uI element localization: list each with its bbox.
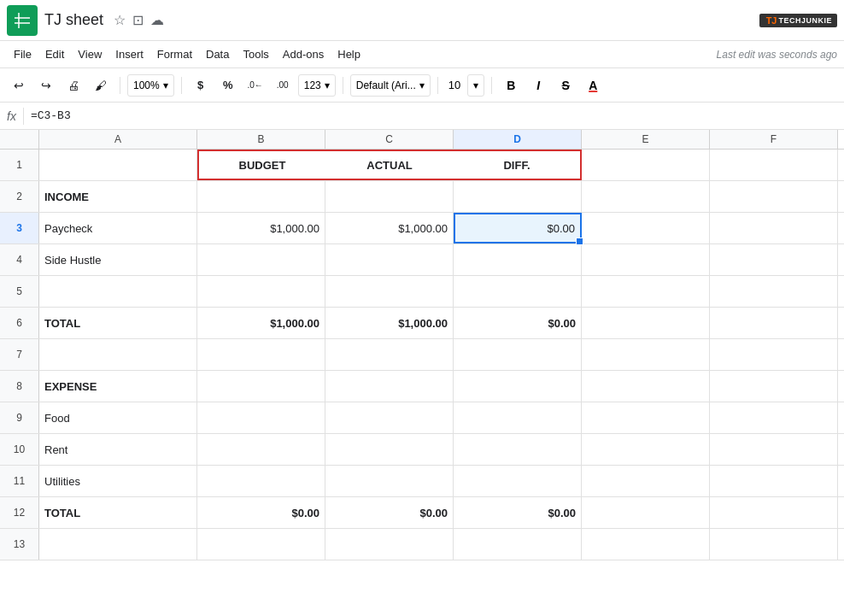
cell-f4[interactable] <box>710 244 838 275</box>
cell-c2[interactable] <box>325 181 454 212</box>
cell-e5[interactable] <box>582 276 710 307</box>
cell-d8[interactable] <box>454 371 582 402</box>
cell-f11[interactable] <box>710 466 838 496</box>
menu-insert[interactable]: Insert <box>108 44 150 64</box>
cell-d9[interactable] <box>454 402 582 433</box>
cell-b13[interactable] <box>197 529 325 560</box>
cell-c6[interactable]: $1,000.00 <box>325 308 454 338</box>
cell-a11[interactable]: Utilities <box>39 466 197 496</box>
cell-a5[interactable] <box>39 276 197 307</box>
cell-b8[interactable] <box>197 371 325 402</box>
strikethrough-button[interactable]: S <box>554 73 577 97</box>
cell-b4[interactable] <box>197 244 325 275</box>
row-num-4[interactable]: 4 <box>0 244 39 275</box>
cell-b6[interactable]: $1,000.00 <box>197 308 325 338</box>
cell-f9[interactable] <box>710 402 838 433</box>
format-number-dropdown[interactable]: 123 ▾ <box>298 74 336 97</box>
menu-tools[interactable]: Tools <box>236 44 275 64</box>
cell-d1[interactable]: DIFF. <box>454 150 582 180</box>
cell-c11[interactable] <box>325 466 454 496</box>
cell-f10[interactable] <box>710 434 838 465</box>
cell-f3[interactable] <box>710 213 838 243</box>
cell-b1[interactable]: BUDGET <box>197 150 325 180</box>
cell-c1[interactable]: ACTUAL <box>325 150 454 180</box>
redo-button[interactable]: ↪ <box>34 73 58 97</box>
cell-f12[interactable] <box>710 497 838 528</box>
save-to-drive-icon[interactable]: ⊡ <box>132 12 144 28</box>
currency-button[interactable]: $ <box>189 73 213 97</box>
cell-b5[interactable] <box>197 276 325 307</box>
cell-c3[interactable]: $1,000.00 <box>325 213 454 243</box>
row-num-13[interactable]: 13 <box>0 529 39 560</box>
decimal-increase-button[interactable]: .00 <box>271 73 295 97</box>
font-size-dropdown[interactable]: ▾ <box>467 74 484 97</box>
cell-a8[interactable]: EXPENSE <box>39 371 197 402</box>
cell-f1[interactable] <box>710 150 838 180</box>
cell-e4[interactable] <box>582 244 710 275</box>
cell-c12[interactable]: $0.00 <box>325 497 454 528</box>
row-num-3[interactable]: 3 <box>0 213 39 243</box>
cell-a12[interactable]: TOTAL <box>39 497 197 528</box>
cell-e1[interactable] <box>582 150 710 180</box>
col-header-f[interactable]: F <box>710 130 838 149</box>
menu-file[interactable]: File <box>7 44 38 64</box>
cell-c8[interactable] <box>325 371 454 402</box>
cell-a7[interactable] <box>39 339 197 370</box>
cell-a2[interactable]: INCOME <box>39 181 197 212</box>
undo-button[interactable]: ↩ <box>7 73 31 97</box>
cell-e9[interactable] <box>582 402 710 433</box>
row-num-9[interactable]: 9 <box>0 402 39 433</box>
cell-f7[interactable] <box>710 339 838 370</box>
cell-b11[interactable] <box>197 466 325 496</box>
cell-f2[interactable] <box>710 181 838 212</box>
row-num-5[interactable]: 5 <box>0 276 39 307</box>
row-num-8[interactable]: 8 <box>0 371 39 402</box>
cell-d13[interactable] <box>454 529 582 560</box>
row-num-12[interactable]: 12 <box>0 497 39 528</box>
cell-b7[interactable] <box>197 339 325 370</box>
cell-a10[interactable]: Rent <box>39 434 197 465</box>
cell-b10[interactable] <box>197 434 325 465</box>
row-num-1[interactable]: 1 <box>0 150 39 180</box>
menu-edit[interactable]: Edit <box>38 44 71 64</box>
text-color-button[interactable]: A <box>581 73 605 97</box>
cell-c13[interactable] <box>325 529 454 560</box>
cell-e3[interactable] <box>582 213 710 243</box>
cell-a6[interactable]: TOTAL <box>39 308 197 338</box>
cell-d2[interactable] <box>454 181 582 212</box>
menu-data[interactable]: Data <box>199 44 236 64</box>
cell-c10[interactable] <box>325 434 454 465</box>
col-header-a[interactable]: A <box>39 130 197 149</box>
cell-f5[interactable] <box>710 276 838 307</box>
cell-c9[interactable] <box>325 402 454 433</box>
cell-a4[interactable]: Side Hustle <box>39 244 197 275</box>
star-icon[interactable]: ☆ <box>114 12 126 28</box>
document-title[interactable]: TJ sheet <box>44 11 103 29</box>
cell-b9[interactable] <box>197 402 325 433</box>
menu-format[interactable]: Format <box>150 44 199 64</box>
cell-e8[interactable] <box>582 371 710 402</box>
font-dropdown[interactable]: Default (Ari... ▾ <box>350 74 431 97</box>
cell-b12[interactable]: $0.00 <box>197 497 325 528</box>
cell-e6[interactable] <box>582 308 710 338</box>
cell-f13[interactable] <box>710 529 838 560</box>
cloud-icon[interactable]: ☁ <box>150 12 164 28</box>
formula-content[interactable]: =C3-B3 <box>31 109 71 122</box>
cell-a13[interactable] <box>39 529 197 560</box>
cell-e12[interactable] <box>582 497 710 528</box>
zoom-dropdown[interactable]: 100% ▾ <box>127 74 174 97</box>
row-num-10[interactable]: 10 <box>0 434 39 465</box>
cell-f8[interactable] <box>710 371 838 402</box>
cell-d6[interactable]: $0.00 <box>454 308 582 338</box>
cell-e11[interactable] <box>582 466 710 496</box>
cell-f6[interactable] <box>710 308 838 338</box>
cell-a1[interactable] <box>39 150 197 180</box>
cell-a9[interactable]: Food <box>39 402 197 433</box>
menu-view[interactable]: View <box>71 44 108 64</box>
percent-button[interactable]: % <box>216 73 240 97</box>
cell-e10[interactable] <box>582 434 710 465</box>
col-header-b[interactable]: B <box>197 130 325 149</box>
cell-d3[interactable]: $0.00 <box>454 213 582 243</box>
col-header-c[interactable]: C <box>325 130 454 149</box>
cell-d10[interactable] <box>454 434 582 465</box>
